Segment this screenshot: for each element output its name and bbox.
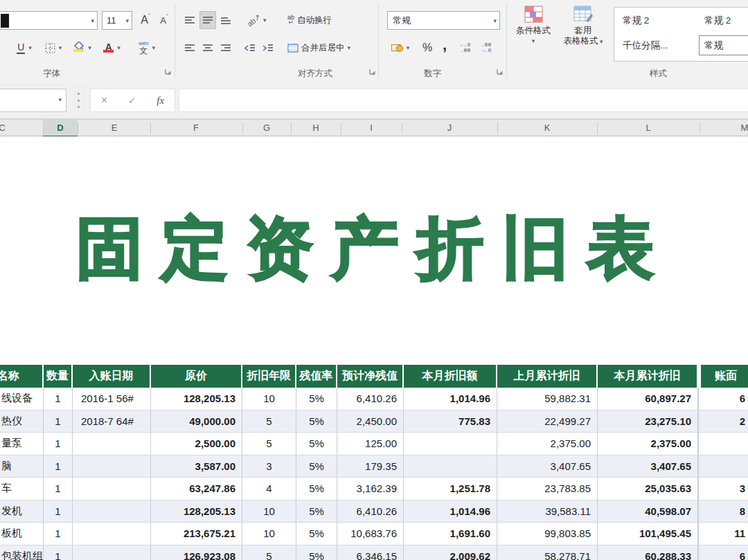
table-header-cell[interactable]: 入账日期: [73, 365, 151, 388]
column-boundary[interactable]: [242, 123, 243, 134]
cell-cost[interactable]: 126,923.08: [151, 545, 242, 560]
cell-qty[interactable]: 1: [44, 433, 73, 455]
cell-qty[interactable]: 1: [44, 500, 73, 523]
merge-center-button[interactable]: 合并后居中 ▾: [287, 39, 369, 57]
format-as-table-button[interactable]: 套用 表格格式 ▾: [558, 6, 608, 47]
chevron-down-icon[interactable]: ▾: [263, 17, 267, 24]
cell-cur_acc[interactable]: 60,288.33: [598, 545, 698, 560]
cell-date[interactable]: [73, 455, 151, 478]
align-center-button[interactable]: [199, 39, 216, 57]
chevron-down-icon[interactable]: ▾: [407, 44, 410, 51]
cell-book[interactable]: 11: [698, 523, 748, 545]
cell-prev_acc[interactable]: 3,407.65: [497, 455, 598, 478]
underline-button[interactable]: U ▾: [11, 39, 37, 57]
cell-cur_acc[interactable]: 23,275.10: [598, 410, 698, 433]
cell-residual[interactable]: 3,162.39: [337, 478, 404, 500]
column-header-J[interactable]: J: [447, 123, 452, 133]
increase-indent-button[interactable]: [260, 39, 276, 57]
cell-years[interactable]: 10: [242, 523, 296, 545]
cell-rate[interactable]: 5%: [296, 410, 337, 433]
number-format-combobox[interactable]: 常规 ▾: [387, 11, 500, 30]
cell-cur_acc[interactable]: 25,035.63: [598, 478, 698, 500]
cell-cur_acc[interactable]: 40,598.07: [598, 500, 698, 523]
borders-button[interactable]: ▾: [40, 39, 66, 57]
cell-book[interactable]: 8: [698, 500, 748, 523]
cancel-icon[interactable]: ×: [101, 94, 107, 107]
cell-cost[interactable]: 128,205.13: [151, 388, 242, 410]
enter-icon[interactable]: ✓: [128, 95, 136, 106]
table-header-cell[interactable]: 残值率: [296, 365, 337, 388]
column-boundary[interactable]: [700, 123, 700, 134]
cell-prev_acc[interactable]: 99,803.85: [497, 523, 598, 545]
name-box-dropdown-icon[interactable]: ▾: [58, 96, 62, 103]
cell-qty[interactable]: 1: [44, 388, 73, 410]
cell-cost[interactable]: 63,247.86: [151, 478, 242, 500]
font-name-combobox[interactable]: ▾: [0, 11, 98, 30]
cell-qty[interactable]: 1: [44, 410, 73, 433]
chevron-down-icon[interactable]: ▾: [152, 44, 156, 51]
phonetic-guide-button[interactable]: wén 文 ▾: [132, 37, 162, 58]
cell-date[interactable]: [73, 523, 151, 545]
cell-book[interactable]: 6: [698, 545, 748, 560]
cell-name[interactable]: 板机: [0, 523, 44, 545]
chevron-down-icon[interactable]: ▾: [91, 17, 97, 24]
chevron-down-icon[interactable]: ▾: [88, 44, 91, 51]
cell-prev_acc[interactable]: 23,783.85: [497, 478, 598, 500]
align-bottom-button[interactable]: [217, 11, 234, 29]
table-header-cell[interactable]: 本月累计折旧: [598, 365, 698, 388]
align-left-button[interactable]: [181, 39, 198, 57]
cell-residual[interactable]: 179.35: [337, 455, 404, 478]
number-dialog-launcher-icon[interactable]: [496, 68, 504, 75]
cell-rate[interactable]: 5%: [296, 433, 337, 455]
cell-date[interactable]: 2018-7 64#: [73, 410, 151, 433]
cell-cur_acc[interactable]: 3,407.65: [598, 455, 698, 478]
cell-rate[interactable]: 5%: [296, 478, 337, 500]
style-item[interactable]: 常规 2: [704, 15, 731, 27]
cell-month_dep[interactable]: 1,251.78: [404, 478, 497, 500]
cell-month_dep[interactable]: [404, 455, 497, 478]
table-header-cell[interactable]: 上月累计折旧: [497, 365, 598, 388]
cell-month_dep[interactable]: 775.83: [404, 410, 497, 433]
cell-name[interactable]: 脑: [0, 455, 44, 478]
cell-prev_acc[interactable]: 59,882.31: [497, 388, 598, 410]
cell-prev_acc[interactable]: 2,375.00: [497, 433, 598, 455]
cell-prev_acc[interactable]: 39,583.11: [497, 500, 598, 523]
font-color-button[interactable]: A ▾: [98, 39, 125, 57]
cell-name[interactable]: 热仪: [0, 410, 44, 433]
cell-years[interactable]: 10: [242, 388, 296, 410]
table-header-cell[interactable]: 本月折旧额: [404, 365, 497, 388]
alignment-dialog-launcher-icon[interactable]: [368, 68, 376, 75]
cell-qty[interactable]: 1: [44, 478, 73, 500]
cell-residual[interactable]: 10,683.76: [337, 523, 404, 545]
table-header-cell[interactable]: 名称: [0, 365, 44, 388]
column-header-M[interactable]: M: [741, 123, 748, 133]
orientation-button[interactable]: ab↗ ▾: [242, 11, 271, 29]
decrease-font-size-button[interactable]: A ˇ: [156, 11, 172, 29]
cell-book[interactable]: 2: [698, 410, 748, 433]
cell-rate[interactable]: 5%: [296, 500, 337, 523]
decrease-indent-button[interactable]: [242, 39, 258, 57]
cell-qty[interactable]: 1: [44, 545, 73, 560]
cell-years[interactable]: 4: [242, 478, 296, 500]
cell-prev_acc[interactable]: 58,278.71: [497, 545, 598, 560]
cell-years[interactable]: 5: [242, 433, 296, 455]
cell-rate[interactable]: 5%: [296, 388, 337, 410]
cell-cur_acc[interactable]: 101,495.45: [598, 523, 698, 545]
column-header-K[interactable]: K: [544, 123, 551, 133]
column-boundary[interactable]: [402, 123, 402, 134]
column-header-E[interactable]: E: [112, 123, 118, 133]
column-header-G[interactable]: G: [263, 123, 270, 133]
cell-book[interactable]: 3: [698, 478, 748, 500]
column-boundary[interactable]: [78, 123, 78, 134]
cell-residual[interactable]: 6,410.26: [337, 500, 404, 523]
cell-name[interactable]: 车: [0, 478, 44, 500]
cell-rate[interactable]: 5%: [296, 545, 337, 560]
cell-years[interactable]: 10: [242, 500, 296, 523]
chevron-down-icon[interactable]: ▾: [59, 44, 62, 51]
column-boundary[interactable]: [291, 123, 292, 134]
cell-book[interactable]: [698, 455, 748, 478]
cell-residual[interactable]: 6,410.26: [337, 388, 404, 410]
insert-function-icon[interactable]: fx: [157, 95, 164, 107]
cell-name[interactable]: 线设备: [0, 388, 44, 410]
cell-cost[interactable]: 128,205.13: [151, 500, 242, 523]
